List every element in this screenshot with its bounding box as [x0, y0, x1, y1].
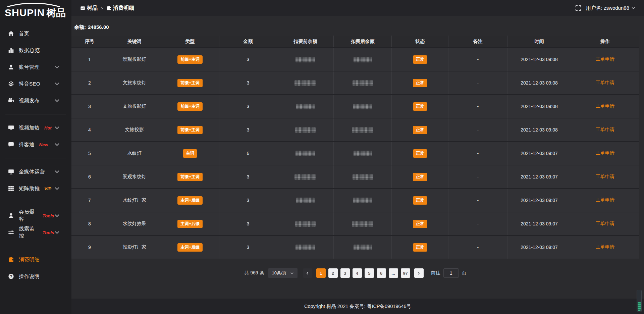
sidebar-item-home[interactable]: 首页 [0, 25, 71, 42]
table-row: 8水纹灯效果主词+后缀3正常-2021-12-03 09:07工单申请 [71, 212, 639, 235]
column-header: 状态 [392, 36, 448, 48]
masked-balance-after [353, 104, 372, 109]
cell-remark: - [448, 189, 507, 212]
cell-time: 2021-12-03 09:07 [507, 212, 571, 235]
type-badge: 前缀+主词 [177, 102, 203, 111]
breadcrumb-home[interactable]: 树品 [80, 5, 98, 12]
sidebar-item-account-manage[interactable]: 账号管理 [0, 59, 71, 75]
page-button-6[interactable]: 6 [377, 268, 386, 278]
cell-time: 2021-12-03 09:07 [507, 235, 571, 259]
status-badge: 正常 [413, 126, 427, 134]
ticket-apply-link[interactable]: 工单申请 [596, 127, 614, 132]
page-button-5[interactable]: 5 [365, 268, 374, 278]
goto-page-input[interactable] [443, 268, 459, 278]
cell-index: 7 [71, 189, 108, 212]
scroll-widget[interactable] [637, 290, 642, 312]
ticket-apply-link[interactable]: 工单申请 [596, 221, 614, 226]
column-header: 金额 [219, 36, 277, 48]
goto-unit: 页 [462, 270, 467, 276]
cell-amount: 3 [219, 235, 277, 259]
breadcrumb-separator: > [101, 6, 103, 11]
page-button-4[interactable]: 4 [353, 268, 362, 278]
type-badge: 主词+后缀 [177, 220, 203, 228]
sidebar: SHUPIN 树品 首页数据总览账号管理抖音SEO视频发布视频加热Hot抖客通N… [0, 0, 71, 314]
ticket-apply-link[interactable]: 工单申请 [596, 174, 614, 179]
ticket-apply-link[interactable]: 工单申请 [596, 244, 614, 250]
sidebar-item-label: 视频发布 [19, 97, 40, 104]
chevron-down-icon [54, 169, 60, 175]
status-badge: 正常 [413, 220, 427, 228]
table-row: 7水纹灯厂家主词+后缀3正常-2021-12-03 09:07工单申请 [71, 189, 639, 212]
type-badge: 前缀+主词 [177, 173, 203, 181]
table-row: 3文旅投影灯前缀+主词3正常-2021-12-03 09:08工单申请 [71, 95, 639, 118]
sidebar-item-douketong[interactable]: 抖客通New [0, 136, 71, 153]
cell-index: 5 [71, 142, 108, 165]
ticket-apply-link[interactable]: 工单申请 [596, 56, 614, 62]
page-button-3[interactable]: 3 [340, 268, 350, 278]
masked-balance-after [353, 198, 372, 203]
wallet-icon [106, 6, 111, 11]
status-badge: 正常 [413, 243, 427, 252]
cell-time: 2021-12-03 09:07 [507, 142, 571, 165]
sidebar-item-badge: New [39, 142, 48, 147]
sidebar-item-media-operation[interactable]: 全媒体运营 [0, 163, 71, 180]
cell-remark: - [448, 142, 507, 165]
ticket-apply-link[interactable]: 工单申请 [596, 197, 614, 203]
cell-keyword: 文旅投影 [108, 118, 161, 142]
sidebar-item-video-publish[interactable]: 视频发布 [0, 92, 71, 109]
ticket-apply-link[interactable]: 工单申请 [596, 80, 614, 85]
sidebar-item-data-overview[interactable]: 数据总览 [0, 42, 71, 59]
cell-time: 2021-12-03 09:08 [507, 118, 571, 142]
ellipsis-pages-button[interactable]: ... [389, 268, 398, 278]
type-badge: 前缀+主词 [177, 79, 203, 87]
sidebar-item-clue-monitor[interactable]: 线索监控Tools [0, 224, 71, 241]
page-button-97[interactable]: 97 [401, 268, 410, 278]
sidebar-divider [5, 202, 66, 202]
chevron-down-icon [54, 98, 60, 104]
ticket-apply-link[interactable]: 工单申请 [596, 103, 614, 109]
balance: 余额:24856.00 [74, 24, 639, 31]
chevron-down-icon [54, 142, 60, 148]
chevron-down-icon [54, 64, 60, 70]
wallet-icon [8, 257, 14, 263]
app-logo[interactable]: SHUPIN 树品 [0, 0, 71, 20]
page-button-1[interactable]: 1 [316, 268, 326, 278]
sidebar-item-consume-detail[interactable]: 消费明细 [0, 251, 71, 268]
sidebar-item-video-heat[interactable]: 视频加热Hot [0, 119, 71, 136]
status-badge: 正常 [413, 149, 427, 158]
breadcrumb-current[interactable]: 消费明细 [106, 5, 135, 12]
user-menu[interactable]: 用户名: zswodun88 [586, 5, 635, 11]
breadcrumb-current-label: 消费明细 [113, 5, 135, 12]
chevron-down-icon [54, 229, 60, 235]
home-icon [8, 31, 14, 37]
cell-time: 2021-12-03 09:08 [507, 95, 571, 118]
column-header: 时间 [507, 36, 571, 48]
sidebar-item-badge: Tools [43, 213, 54, 218]
breadcrumb: 树品 > 消费明细 [80, 5, 135, 12]
sidebar-item-member-baoke[interactable]: 会员爆客Tools [0, 207, 71, 224]
ticket-apply-link[interactable]: 工单申请 [596, 150, 614, 156]
member-icon [8, 213, 14, 219]
prev-page-button[interactable] [303, 268, 312, 278]
svg-text:?: ? [10, 274, 12, 278]
gear-icon [8, 81, 14, 87]
sidebar-item-douyin-seo[interactable]: 抖音SEO [0, 75, 71, 92]
status-badge: 正常 [413, 173, 427, 181]
page-size-select[interactable]: 10条/页 [268, 268, 298, 278]
sidebar-item-matrix-boost[interactable]: 矩阵助推VIP [0, 180, 71, 197]
next-page-button[interactable] [414, 268, 424, 278]
page-button-2[interactable]: 2 [328, 268, 338, 278]
fullscreen-icon[interactable] [575, 5, 581, 11]
masked-balance-before [296, 57, 315, 62]
masked-balance-after [352, 127, 373, 133]
masked-balance-before [296, 198, 315, 203]
cell-index: 1 [71, 48, 108, 71]
cell-time: 2021-12-03 09:07 [507, 189, 571, 212]
masked-balance-after [353, 80, 373, 86]
sidebar-item-help[interactable]: ?操作说明 [0, 268, 71, 285]
comment-icon [8, 142, 14, 148]
app-icon [80, 6, 85, 11]
screen-icon [8, 125, 14, 131]
masked-balance-after [354, 245, 372, 250]
masked-balance-before [295, 127, 316, 133]
